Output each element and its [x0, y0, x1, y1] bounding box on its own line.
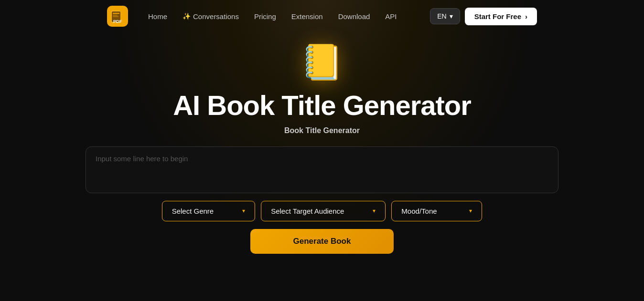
dropdowns-row: Select Genre ▾ Select Target Audience ▾ … — [162, 201, 483, 221]
svg-text:PDF: PDF — [113, 19, 122, 24]
chevron-down-icon: ▾ — [450, 12, 453, 20]
nav-item-extension[interactable]: Extension — [285, 9, 330, 24]
start-label: Start For Free — [474, 12, 521, 21]
main-text-input[interactable] — [96, 155, 548, 183]
genre-dropdown[interactable]: Select Genre ▾ — [162, 201, 256, 221]
nav-item-download[interactable]: Download — [332, 9, 377, 24]
page-title: AI Book Title Generator — [173, 90, 471, 121]
page-subtitle: Book Title Generator — [284, 126, 360, 135]
svg-rect-5 — [113, 16, 118, 17]
book-icon-container: 📒 — [301, 42, 343, 83]
mood-label: Mood/Tone — [401, 207, 437, 215]
audience-chevron-icon: ▾ — [373, 208, 376, 214]
logo[interactable]: PDF — [107, 6, 128, 27]
logo-icon: PDF — [107, 6, 128, 27]
nav-links: Home ✨ Conversations Pricing Extension D… — [141, 9, 417, 24]
main-content: 📒 AI Book Title Generator Book Title Gen… — [0, 32, 644, 254]
audience-label: Select Target Audience — [271, 207, 344, 215]
navbar: PDF Home ✨ Conversations Pricing Extensi… — [0, 0, 644, 32]
mood-dropdown[interactable]: Mood/Tone ▾ — [391, 201, 482, 221]
genre-label: Select Genre — [172, 207, 214, 215]
nav-item-home[interactable]: Home — [141, 9, 174, 24]
mood-chevron-icon: ▾ — [469, 208, 472, 214]
sparkle-icon: ✨ — [182, 12, 191, 20]
start-for-free-button[interactable]: Start For Free › — [465, 8, 537, 25]
lang-label: EN — [437, 12, 446, 20]
nav-item-pricing[interactable]: Pricing — [247, 9, 283, 24]
nav-item-conversations[interactable]: ✨ Conversations — [176, 9, 246, 24]
svg-rect-4 — [113, 15, 118, 16]
svg-rect-3 — [113, 13, 119, 14]
nav-item-api[interactable]: API — [378, 9, 403, 24]
input-container — [86, 146, 558, 193]
chevron-right-icon: › — [525, 12, 527, 21]
audience-dropdown[interactable]: Select Target Audience ▾ — [261, 201, 386, 221]
genre-chevron-icon: ▾ — [242, 208, 245, 214]
nav-right: EN ▾ Start For Free › — [430, 8, 537, 25]
generate-button[interactable]: Generate Book — [250, 229, 394, 254]
book-icon: 📒 — [301, 42, 343, 83]
language-button[interactable]: EN ▾ — [430, 8, 460, 24]
